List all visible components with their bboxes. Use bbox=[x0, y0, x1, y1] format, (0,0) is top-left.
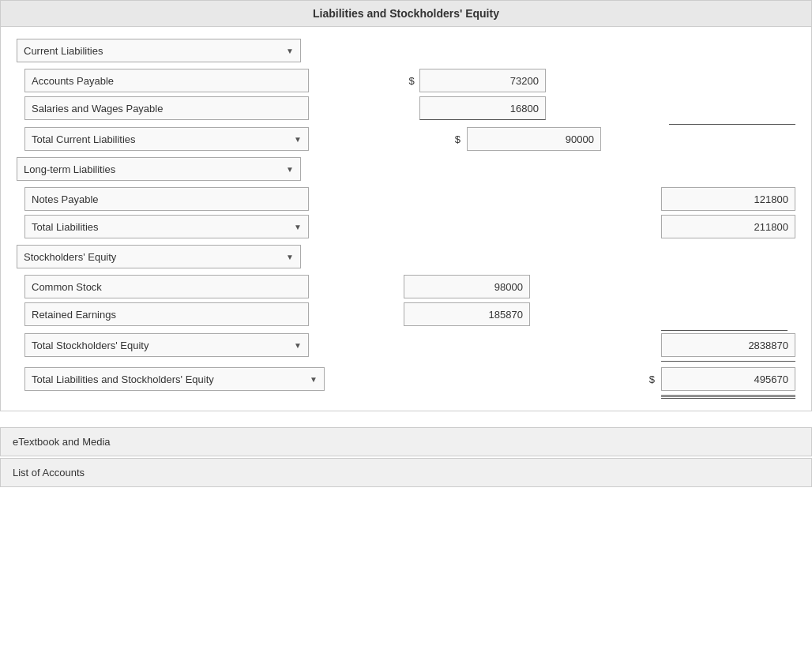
salaries-wages-label-box: Salaries and Wages Payable bbox=[24, 96, 309, 120]
common-stock-label: Common Stock bbox=[32, 281, 102, 293]
total-liabilities-label: Total Liabilities bbox=[32, 221, 99, 233]
total-liabilities-value[interactable]: 211800 bbox=[661, 215, 795, 238]
list-of-accounts-label: List of Accounts bbox=[13, 467, 85, 478]
current-liabilities-dropdown[interactable]: Current Liabilities ▼ bbox=[17, 39, 301, 62]
longterm-liabilities-arrow-icon: ▼ bbox=[286, 165, 294, 174]
common-stock-label-box: Common Stock bbox=[24, 275, 309, 298]
accounts-payable-label-box: Accounts Payable bbox=[24, 69, 309, 92]
longterm-liabilities-dropdown[interactable]: Long-term Liabilities ▼ bbox=[17, 157, 301, 181]
retained-earnings-label: Retained Earnings bbox=[32, 309, 116, 321]
total-current-liabilities-dropdown[interactable]: Total Current Liabilities ▼ bbox=[24, 127, 309, 151]
common-stock-row: Common Stock 98000 bbox=[17, 275, 795, 298]
content-area: Current Liabilities ▼ Accounts Payable $… bbox=[0, 27, 812, 411]
total-stockholders-equity-arrow-icon: ▼ bbox=[294, 341, 302, 350]
total-liabilities-dropdown[interactable]: Total Liabilities ▼ bbox=[24, 215, 309, 238]
section-header: Liabilities and Stockholders' Equity bbox=[0, 0, 812, 27]
total-liabilities-equity-label: Total Liabilities and Stockholders' Equi… bbox=[32, 373, 214, 385]
salaries-wages-row: Salaries and Wages Payable 16800 bbox=[17, 96, 795, 120]
total-current-liabilities-value[interactable]: 90000 bbox=[467, 127, 601, 151]
etextbook-label: eTextbook and Media bbox=[13, 436, 111, 448]
total-liabilities-arrow-icon: ▼ bbox=[294, 223, 302, 231]
total-liabilities-equity-dropdown[interactable]: Total Liabilities and Stockholders' Equi… bbox=[24, 367, 325, 391]
total-liabilities-equity-row: Total Liabilities and Stockholders' Equi… bbox=[17, 367, 795, 391]
notes-payable-value[interactable]: 121800 bbox=[661, 187, 795, 211]
total-stockholders-equity-label: Total Stockholders' Equity bbox=[32, 340, 148, 351]
salaries-wages-value[interactable]: 16800 bbox=[419, 96, 546, 120]
notes-payable-label: Notes Payable bbox=[32, 193, 99, 205]
current-liabilities-label: Current Liabilities bbox=[24, 45, 103, 57]
longterm-liabilities-label: Long-term Liabilities bbox=[24, 163, 115, 175]
notes-payable-label-box: Notes Payable bbox=[24, 187, 309, 211]
dollar-sign-tle: $ bbox=[649, 373, 655, 385]
stockholders-equity-dropdown[interactable]: Stockholders' Equity ▼ bbox=[17, 245, 301, 268]
current-liabilities-arrow-icon: ▼ bbox=[286, 47, 294, 55]
current-liabilities-row: Current Liabilities ▼ bbox=[17, 39, 795, 62]
total-liabilities-equity-arrow-icon: ▼ bbox=[310, 375, 318, 384]
total-stockholders-equity-value[interactable]: 2838870 bbox=[661, 333, 795, 357]
dollar-sign-ap: $ bbox=[404, 75, 419, 87]
common-stock-value[interactable]: 98000 bbox=[404, 275, 530, 298]
total-current-liabilities-row: Total Current Liabilities ▼ $ 90000 bbox=[17, 127, 795, 151]
bottom-section: eTextbook and Media List of Accounts bbox=[0, 427, 812, 487]
list-of-accounts-link[interactable]: List of Accounts bbox=[0, 458, 812, 487]
total-stockholders-equity-dropdown[interactable]: Total Stockholders' Equity ▼ bbox=[24, 333, 309, 357]
accounts-payable-label: Accounts Payable bbox=[32, 75, 114, 87]
main-container: Liabilities and Stockholders' Equity Cur… bbox=[0, 0, 812, 653]
retained-earnings-value[interactable]: 185870 bbox=[404, 302, 530, 326]
dollar-sign-tcl: $ bbox=[455, 133, 461, 145]
retained-earnings-row: Retained Earnings 185870 bbox=[17, 302, 795, 326]
total-current-liabilities-label: Total Current Liabilities bbox=[32, 133, 136, 145]
stockholders-equity-section-row: Stockholders' Equity ▼ bbox=[17, 245, 795, 268]
total-liabilities-equity-value[interactable]: 495670 bbox=[661, 367, 795, 391]
stockholders-equity-arrow-icon: ▼ bbox=[286, 253, 294, 261]
salaries-wages-label: Salaries and Wages Payable bbox=[32, 103, 163, 114]
stockholders-equity-label: Stockholders' Equity bbox=[24, 251, 116, 263]
total-current-liabilities-arrow-icon: ▼ bbox=[294, 135, 302, 144]
accounts-payable-row: Accounts Payable $ 73200 bbox=[17, 69, 795, 92]
header-title: Liabilities and Stockholders' Equity bbox=[313, 7, 499, 20]
accounts-payable-value[interactable]: 73200 bbox=[419, 69, 546, 92]
etextbook-link[interactable]: eTextbook and Media bbox=[0, 427, 812, 456]
total-stockholders-equity-row: Total Stockholders' Equity ▼ 2838870 bbox=[17, 333, 795, 357]
notes-payable-row: Notes Payable 121800 bbox=[17, 187, 795, 211]
total-liabilities-row: Total Liabilities ▼ 211800 bbox=[17, 215, 795, 238]
retained-earnings-label-box: Retained Earnings bbox=[24, 302, 309, 326]
longterm-liabilities-row: Long-term Liabilities ▼ bbox=[17, 157, 795, 181]
